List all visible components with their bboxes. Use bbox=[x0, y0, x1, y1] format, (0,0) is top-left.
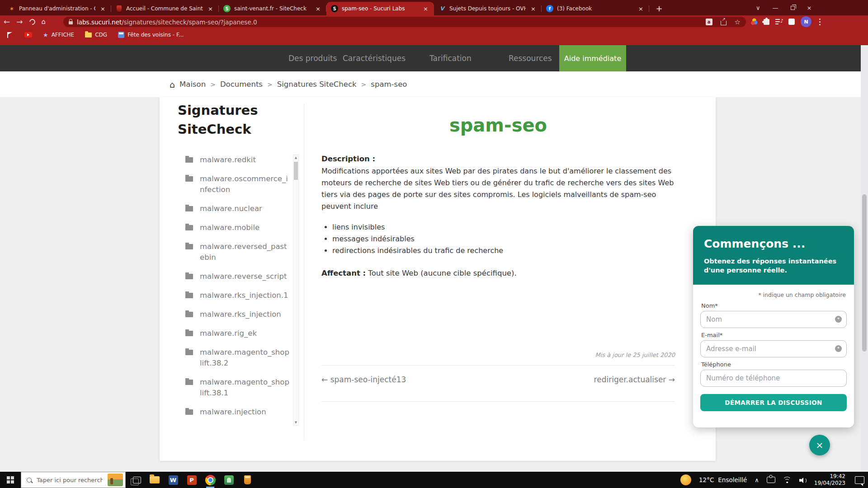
list-item[interactable]: malware.redkit bbox=[185, 155, 290, 165]
forward-button[interactable]: → bbox=[16, 17, 23, 26]
folder-icon bbox=[185, 244, 193, 249]
tab-close-icon[interactable]: × bbox=[529, 5, 537, 13]
list-item[interactable]: malware.oscommerce_infection bbox=[185, 174, 290, 195]
search-highlight-image[interactable] bbox=[108, 474, 123, 486]
lock-icon[interactable] bbox=[69, 21, 73, 24]
side-panel-icon[interactable] bbox=[788, 19, 795, 25]
bookmark-youtube[interactable] bbox=[24, 30, 32, 39]
tab-close-icon[interactable]: × bbox=[314, 5, 322, 13]
amber-app-icon[interactable] bbox=[242, 474, 253, 485]
playlist-extension-icon[interactable]: ♪ bbox=[775, 19, 783, 25]
sidebar-scrollbar[interactable]: ▲ ▼ bbox=[293, 155, 299, 426]
bookmarks-bar: ★ AFFICHE CDG Fête des voisins - F... bbox=[0, 28, 868, 45]
page-scrollbar[interactable] bbox=[861, 45, 868, 472]
aide-immediate-button[interactable]: Aide immédiate bbox=[559, 45, 626, 71]
powerpoint-icon[interactable]: P bbox=[186, 474, 197, 485]
nav-tarification[interactable]: Tarification bbox=[429, 54, 472, 63]
taskbar-clock[interactable]: 19:42 19/04/2023 bbox=[814, 473, 845, 487]
list-item[interactable]: malware.magento_shoplift.38.2 bbox=[185, 347, 290, 369]
browser-menu-icon[interactable] bbox=[817, 19, 822, 25]
address-bar[interactable]: labs.sucuri.net/signatures/sitecheck/spa… bbox=[63, 17, 746, 27]
list-item[interactable]: malware.mobile bbox=[185, 222, 290, 233]
tab-sucuri-labs-active[interactable]: S spam-seo - Sucuri Labs × bbox=[326, 2, 434, 15]
task-view-icon[interactable] bbox=[133, 477, 141, 483]
bookmark-star-icon[interactable]: ☆ bbox=[735, 18, 741, 26]
email-field[interactable] bbox=[700, 340, 847, 357]
nav-caracteristiques[interactable]: Caractéristiques bbox=[343, 54, 406, 63]
tab-joomla-admin[interactable]: ✶ Panneau d'administration - Comm × bbox=[4, 2, 111, 15]
extension-colored-balls-icon[interactable] bbox=[750, 18, 758, 25]
weather-condition: Ensoleillé bbox=[718, 476, 747, 483]
profile-avatar[interactable]: N bbox=[801, 16, 811, 27]
notification-center-icon[interactable] bbox=[855, 476, 864, 484]
tab-close-icon[interactable]: × bbox=[99, 5, 107, 13]
list-item[interactable]: malware.reversed_pastebin bbox=[185, 241, 290, 263]
browser-toolbar: ← → ⌂ labs.sucuri.net/signatures/siteche… bbox=[0, 15, 868, 28]
list-item[interactable]: malware.reverse_script bbox=[185, 271, 290, 282]
list-item[interactable]: malware.nuclear bbox=[185, 203, 290, 214]
bookmark-cdg[interactable]: CDG bbox=[85, 30, 107, 39]
tab-search-icon[interactable]: ∨ bbox=[756, 5, 760, 11]
tab-commune-saint-venant[interactable]: Accueil - Commune de Saint-Ven × bbox=[111, 2, 219, 15]
translate-icon[interactable]: a bbox=[706, 19, 712, 25]
word-icon[interactable]: W bbox=[168, 474, 179, 485]
breadcrumb-signatures-sitecheck[interactable]: Signatures SiteCheck bbox=[277, 80, 357, 89]
list-item[interactable]: malware.rig_ek bbox=[185, 328, 290, 339]
weather-sun-icon[interactable] bbox=[680, 474, 691, 485]
extensions-puzzle-icon[interactable] bbox=[764, 19, 769, 25]
phone-field[interactable] bbox=[700, 370, 847, 387]
green-app-icon[interactable] bbox=[223, 474, 234, 485]
breadcrumb-documents[interactable]: Documents bbox=[220, 80, 263, 89]
nav-ressources[interactable]: Ressources bbox=[509, 54, 552, 63]
wifi-icon[interactable] bbox=[783, 477, 792, 483]
bookmark-fete-des-voisins[interactable]: Fête des voisins - F... bbox=[118, 30, 184, 39]
next-post-link[interactable]: rediriger.actualiser → bbox=[594, 375, 675, 384]
star-favicon-icon: ★ bbox=[43, 32, 48, 38]
list-item[interactable]: malware.rks_injection.1 bbox=[185, 290, 290, 301]
name-field[interactable] bbox=[700, 311, 847, 328]
share-icon[interactable]: ↗ bbox=[721, 21, 726, 25]
file-explorer-icon[interactable] bbox=[149, 474, 160, 485]
page-scrollbar-thumb[interactable] bbox=[862, 194, 867, 352]
tray-expand-icon[interactable]: ∧ bbox=[755, 477, 759, 483]
bookmark-flag[interactable] bbox=[7, 30, 14, 39]
meet-now-icon[interactable] bbox=[767, 477, 775, 483]
back-button[interactable]: ← bbox=[4, 17, 10, 26]
breadcrumb-maison[interactable]: Maison bbox=[179, 80, 206, 89]
home-icon[interactable]: ⌂ bbox=[170, 80, 175, 89]
tab-close-icon[interactable]: × bbox=[422, 5, 429, 13]
chrome-icon[interactable] bbox=[205, 474, 216, 485]
taskbar-search[interactable] bbox=[21, 472, 126, 488]
close-window-button[interactable]: × bbox=[807, 5, 812, 11]
tab-facebook[interactable]: f (3) Facebook × bbox=[542, 2, 649, 15]
weather-widget[interactable]: 12°C Ensoleillé bbox=[699, 476, 747, 483]
minimize-button[interactable]: — bbox=[773, 5, 778, 11]
scroll-up-icon[interactable]: ▲ bbox=[293, 156, 298, 160]
bookmark-affiche[interactable]: ★ AFFICHE bbox=[43, 30, 74, 39]
list-item[interactable]: malware.rks_injection bbox=[185, 309, 290, 320]
scroll-down-icon[interactable]: ▼ bbox=[293, 421, 298, 424]
new-tab-button[interactable]: + bbox=[653, 2, 665, 14]
list-item-label: malware.rks_injection.1 bbox=[200, 290, 288, 301]
list-item[interactable]: malware.injection bbox=[185, 407, 290, 418]
tab-ovhcloud[interactable]: V Sujets Depuis toujours - OVHclou × bbox=[434, 2, 542, 15]
scrollbar-thumb[interactable] bbox=[294, 162, 298, 180]
tab-close-icon[interactable]: × bbox=[207, 5, 214, 13]
tab-sitecheck[interactable]: S saint-venant.fr - SiteCheck × bbox=[219, 2, 326, 15]
window-controls: ∨ — × bbox=[756, 0, 811, 15]
start-button[interactable] bbox=[0, 472, 21, 488]
nav-des-produits[interactable]: Des produits bbox=[288, 54, 337, 63]
prev-post-link[interactable]: ← spam-seo-injecté13 bbox=[321, 375, 406, 384]
page-title: spam-seo bbox=[321, 115, 675, 136]
tab-close-icon[interactable]: × bbox=[637, 5, 645, 13]
home-button[interactable]: ⌂ bbox=[42, 18, 46, 26]
list-item[interactable]: malware.magento_shoplift.38.1 bbox=[185, 377, 290, 399]
site-navbar: Des produits Caractéristiques Tarificati… bbox=[0, 45, 868, 71]
reload-button[interactable] bbox=[28, 18, 36, 26]
restore-button[interactable] bbox=[791, 6, 795, 10]
divider bbox=[321, 365, 675, 366]
search-input[interactable] bbox=[36, 476, 104, 484]
start-discussion-button[interactable]: DÉMARRER LA DISCUSSION bbox=[700, 394, 847, 411]
chat-close-button[interactable]: × bbox=[809, 435, 830, 455]
volume-icon[interactable] bbox=[799, 477, 807, 483]
